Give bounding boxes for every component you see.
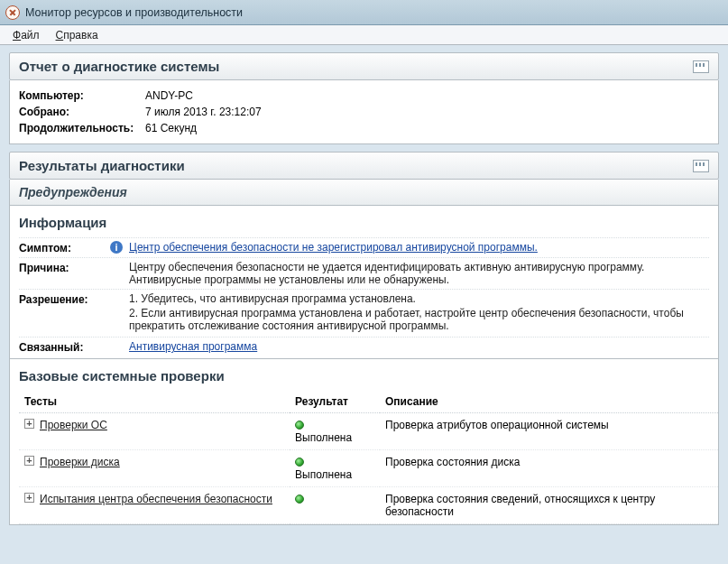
info-related-link[interactable]: Антивирусная программа <box>129 340 257 353</box>
info-resolution-label: Разрешение: <box>19 292 109 306</box>
info-symptom-link[interactable]: Центр обеспечения безопасности не зареги… <box>129 241 538 254</box>
menu-file[interactable]: Файл <box>5 27 47 43</box>
info-cause: Причина: Центру обеспечения безопасности… <box>19 257 709 289</box>
desc-cell: Проверка состояния диска <box>380 450 718 487</box>
report-header[interactable]: Отчет о диагностике системы <box>9 52 719 80</box>
info-resolution: Разрешение: 1. Убедитесь, что антивирусн… <box>19 289 709 337</box>
report-dash-icon[interactable] <box>693 60 709 73</box>
desc-cell: Проверка атрибутов операционной системы <box>380 413 718 450</box>
report-title: Отчет о диагностике системы <box>19 59 219 74</box>
expand-icon[interactable]: + <box>24 419 34 429</box>
info-symptom: Симптом: i Центр обеспечения безопасност… <box>19 237 709 257</box>
table-row: +Проверки дискаВыполненаПроверка состоян… <box>19 450 718 487</box>
test-cell: +Проверки ОС <box>19 413 290 450</box>
warnings-title: Предупреждения <box>19 185 127 199</box>
info-cause-label: Причина: <box>19 261 109 274</box>
result-text: Выполнена <box>295 468 352 481</box>
test-link[interactable]: Испытания центра обеспечения безопасност… <box>40 493 272 505</box>
info-symptom-label: Симптом: <box>19 241 109 254</box>
col-desc: Описание <box>380 391 718 413</box>
expand-icon[interactable]: + <box>24 493 34 503</box>
result-cell: Выполнена <box>290 413 380 450</box>
menubar: Файл Справка <box>0 25 728 45</box>
meta-collected: Собрано: 7 июля 2013 г. 23:12:07 <box>19 104 709 120</box>
status-led-icon <box>295 495 304 504</box>
meta-duration-label: Продолжительность: <box>19 122 145 134</box>
diag-dash-icon[interactable] <box>693 160 709 172</box>
col-result: Результат <box>290 391 380 413</box>
info-resolution-2: 2. Если антивирусная программа установле… <box>129 307 709 332</box>
result-cell: Выполнена <box>290 450 380 487</box>
info-block: Информация Симптом: i Центр обеспечения … <box>9 206 719 359</box>
status-led-icon <box>295 458 304 467</box>
result-cell <box>290 487 380 524</box>
test-link[interactable]: Проверки ОС <box>40 419 107 431</box>
test-cell: +Проверки диска <box>19 450 290 487</box>
menu-help-label: правка <box>63 29 97 42</box>
meta-computer-value: ANDY-PC <box>145 89 193 102</box>
desc-cell: Проверка состояния сведений, относящихся… <box>380 487 718 524</box>
info-cause-value: Центру обеспечения безопасности не удает… <box>129 261 709 286</box>
titlebar-text: Монитор ресурсов и производительности <box>25 6 243 19</box>
meta-computer: Компьютер: ANDY-PC <box>19 88 709 104</box>
info-resolution-1: 1. Убедитесь, что антивирусная программа… <box>129 292 709 305</box>
meta-duration: Продолжительность: 61 Секунд <box>19 120 709 136</box>
test-cell: +Испытания центра обеспечения безопаснос… <box>19 487 290 524</box>
expand-icon[interactable]: + <box>24 456 34 466</box>
col-tests: Тесты <box>19 391 290 413</box>
meta-duration-value: 61 Секунд <box>145 122 197 134</box>
diag-title: Результаты диагностики <box>19 158 185 173</box>
info-related: Связанный: Антивирусная программа <box>19 337 709 356</box>
checks-header-row: Тесты Результат Описание <box>19 391 718 413</box>
checks-block: Базовые системные проверки Тесты Результ… <box>9 359 719 525</box>
info-resolution-value: 1. Убедитесь, что антивирусная программа… <box>129 292 709 334</box>
table-row: +Проверки ОСВыполненаПроверка атрибутов … <box>19 413 718 450</box>
meta-computer-label: Компьютер: <box>19 89 145 102</box>
status-led-icon <box>295 421 304 430</box>
titlebar[interactable]: Монитор ресурсов и производительности <box>0 0 728 25</box>
test-link[interactable]: Проверки диска <box>40 456 120 468</box>
diag-header[interactable]: Результаты диагностики <box>9 152 719 180</box>
content: Отчет о диагностике системы Компьютер: A… <box>0 45 728 525</box>
checks-table: Тесты Результат Описание +Проверки ОСВып… <box>19 391 718 524</box>
info-related-label: Связанный: <box>19 340 109 354</box>
menu-help[interactable]: Справка <box>49 27 106 43</box>
menu-file-label: айл <box>21 29 39 42</box>
result-text: Выполнена <box>295 431 352 444</box>
checks-title: Базовые системные проверки <box>19 368 718 384</box>
meta-collected-label: Собрано: <box>19 106 145 118</box>
report-meta: Компьютер: ANDY-PC Собрано: 7 июля 2013 … <box>9 80 719 144</box>
info-badge-icon: i <box>110 241 123 254</box>
app-icon <box>5 5 20 20</box>
info-symptom-icon: i <box>109 241 124 254</box>
info-related-value: Антивирусная программа <box>129 340 709 353</box>
info-title: Информация <box>19 215 709 230</box>
info-symptom-value: Центр обеспечения безопасности не зареги… <box>129 241 709 254</box>
meta-collected-value: 7 июля 2013 г. 23:12:07 <box>145 106 262 118</box>
warnings-header[interactable]: Предупреждения <box>9 180 719 206</box>
table-row: +Испытания центра обеспечения безопаснос… <box>19 487 718 524</box>
